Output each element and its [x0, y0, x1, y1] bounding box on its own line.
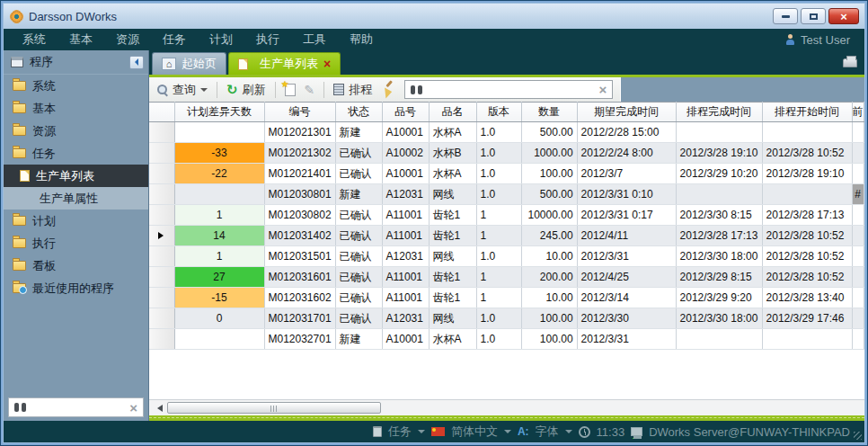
- menu-item[interactable]: 执行: [244, 31, 291, 48]
- table-cell[interactable]: 已确认: [335, 226, 382, 246]
- horizontal-scrollbar[interactable]: [149, 399, 864, 415]
- table-cell[interactable]: 2012/3/28 17:13: [676, 226, 762, 246]
- table-cell[interactable]: M012030801: [264, 184, 335, 205]
- table-cell[interactable]: M012030802: [264, 205, 335, 226]
- close-button[interactable]: ×: [828, 8, 859, 24]
- table-cell[interactable]: M012021301: [264, 122, 335, 143]
- table-cell[interactable]: 新建: [335, 122, 382, 143]
- sidebar-item[interactable]: 计划: [4, 210, 148, 232]
- table-row[interactable]: M012030801新建A12031网线1.0500.002012/3/31 0…: [149, 184, 864, 205]
- table-cell[interactable]: 1: [476, 267, 521, 288]
- table-cell[interactable]: A12031: [382, 184, 429, 205]
- row-selector[interactable]: [149, 226, 174, 246]
- table-cell[interactable]: 1.0: [476, 164, 521, 184]
- table-cell[interactable]: 1.0: [476, 184, 521, 205]
- column-header[interactable]: 排程开始时间: [762, 103, 852, 122]
- table-row[interactable]: 1M012030802已确认A11001齿轮1110000.002012/3/3…: [149, 205, 864, 226]
- table-cell[interactable]: 网线: [429, 184, 476, 205]
- column-header[interactable]: 前: [852, 103, 864, 122]
- column-header[interactable]: 状态: [335, 103, 382, 122]
- table-cell[interactable]: 1.0: [476, 246, 521, 267]
- table-cell[interactable]: 27: [174, 267, 264, 288]
- table-cell[interactable]: A12031: [382, 246, 429, 267]
- table-cell[interactable]: [762, 184, 852, 205]
- column-header[interactable]: 品名: [429, 103, 476, 122]
- table-cell[interactable]: 齿轮1: [429, 205, 476, 226]
- table-cell[interactable]: 1.0: [476, 143, 521, 164]
- sidebar-item[interactable]: 生产单列表: [4, 165, 148, 187]
- table-cell[interactable]: M012031501: [264, 246, 335, 267]
- task-label[interactable]: 任务: [388, 424, 412, 440]
- table-cell[interactable]: 2012/3/29 10:20: [676, 164, 762, 184]
- sidebar-item[interactable]: 生产单属性: [4, 187, 148, 210]
- table-row[interactable]: -15M012031602已确认A11001齿轮1110.002012/3/14…: [149, 288, 864, 308]
- clean-button[interactable]: [378, 81, 397, 98]
- sidebar-item[interactable]: 执行: [4, 232, 148, 254]
- table-cell[interactable]: 2012/3/28 10:52: [762, 226, 852, 246]
- table-cell[interactable]: M012031701: [264, 308, 335, 329]
- table-cell[interactable]: M012031602: [264, 288, 335, 308]
- table-row[interactable]: M012032701新建A10001水杯A1.0100.002012/3/31: [149, 329, 864, 350]
- table-cell[interactable]: 已确认: [335, 267, 382, 288]
- table-cell[interactable]: 100.00: [521, 308, 577, 329]
- tab-production-order-list[interactable]: 生产单列表 ×: [228, 52, 341, 75]
- table-cell[interactable]: -33: [174, 143, 264, 164]
- column-header[interactable]: 版本: [476, 103, 521, 122]
- chevron-down-icon[interactable]: [504, 430, 511, 437]
- column-header[interactable]: 数量: [521, 103, 577, 122]
- table-cell[interactable]: 2012/3/31: [577, 246, 676, 267]
- menu-item[interactable]: 帮助: [338, 31, 385, 48]
- table-cell[interactable]: 500.00: [521, 122, 577, 143]
- row-selector[interactable]: [149, 288, 174, 308]
- table-cell[interactable]: [852, 226, 864, 246]
- table-cell[interactable]: 2012/3/14: [577, 288, 676, 308]
- sidebar-item[interactable]: 看板: [4, 254, 148, 277]
- table-cell[interactable]: 2012/3/30 18:00: [676, 246, 762, 267]
- table-cell[interactable]: 2012/3/29 8:15: [676, 267, 762, 288]
- table-cell[interactable]: M012031402: [264, 226, 335, 246]
- table-cell[interactable]: 14: [174, 226, 264, 246]
- table-cell[interactable]: 齿轮1: [429, 288, 476, 308]
- sidebar-item[interactable]: 基本: [4, 97, 148, 120]
- table-cell[interactable]: 2012/3/7: [577, 164, 676, 184]
- row-selector[interactable]: [149, 122, 174, 143]
- user-box[interactable]: Test User: [785, 33, 857, 47]
- row-selector[interactable]: [149, 205, 174, 226]
- table-cell[interactable]: 2012/3/31 0:10: [577, 184, 676, 205]
- table-cell[interactable]: 200.00: [521, 267, 577, 288]
- printer-icon[interactable]: [843, 58, 857, 67]
- table-cell[interactable]: 水杯A: [429, 164, 476, 184]
- table-row[interactable]: -22M012021401已确认A10001水杯A1.0100.002012/3…: [149, 164, 864, 184]
- table-cell[interactable]: 水杯A: [429, 329, 476, 350]
- column-header[interactable]: 期望完成时间: [577, 103, 676, 122]
- sidebar-item[interactable]: 任务: [4, 142, 148, 165]
- table-row[interactable]: 14M012031402已确认A11001齿轮11245.002012/4/11…: [149, 226, 864, 246]
- table-cell[interactable]: [852, 308, 864, 329]
- table-cell[interactable]: A11001: [382, 226, 429, 246]
- table-cell[interactable]: 2012/3/28 10:52: [762, 143, 852, 164]
- table-cell[interactable]: 新建: [335, 184, 382, 205]
- menu-item[interactable]: 系统: [11, 31, 58, 48]
- table-cell[interactable]: 网线: [429, 308, 476, 329]
- row-selector[interactable]: [149, 143, 174, 164]
- language-label[interactable]: 简体中文: [451, 424, 498, 440]
- table-cell[interactable]: 1: [174, 246, 264, 267]
- table-cell[interactable]: [174, 329, 264, 350]
- table-cell[interactable]: A10001: [382, 164, 429, 184]
- table-cell[interactable]: 2012/3/29 17:46: [762, 308, 852, 329]
- refresh-button[interactable]: ↻ 刷新: [224, 80, 269, 100]
- table-cell[interactable]: 2012/3/28 10:52: [762, 267, 852, 288]
- table-cell[interactable]: [762, 329, 852, 350]
- table-cell[interactable]: A11001: [382, 205, 429, 226]
- column-header[interactable]: 品号: [382, 103, 429, 122]
- table-cell[interactable]: 1: [174, 205, 264, 226]
- table-cell[interactable]: 2012/3/28 17:13: [762, 205, 852, 226]
- table-cell[interactable]: 0: [174, 308, 264, 329]
- table-cell[interactable]: 100.00: [521, 164, 577, 184]
- table-cell[interactable]: 已确认: [335, 288, 382, 308]
- table-cell[interactable]: 2012/3/28 10:52: [762, 246, 852, 267]
- maximize-button[interactable]: [801, 8, 826, 24]
- table-cell[interactable]: 2012/3/28 13:40: [762, 288, 852, 308]
- table-cell[interactable]: [676, 122, 762, 143]
- table-cell[interactable]: 网线: [429, 246, 476, 267]
